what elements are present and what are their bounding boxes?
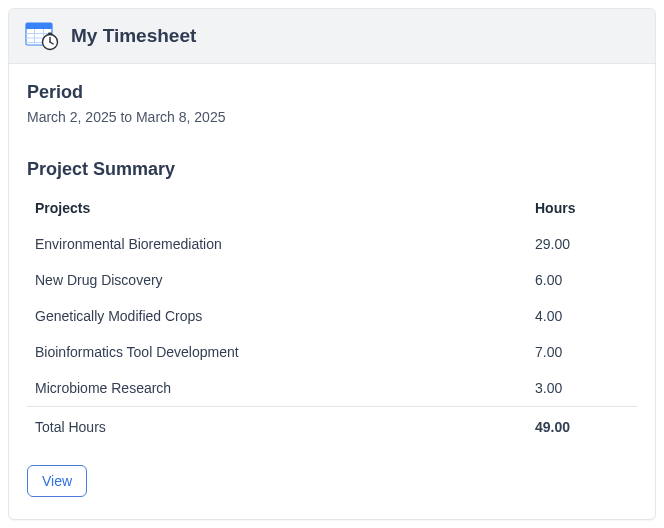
page-title: My Timesheet: [71, 25, 196, 47]
project-name-cell: New Drug Discovery: [27, 262, 527, 298]
project-name-cell: Microbiome Research: [27, 370, 527, 407]
hours-cell: 6.00: [527, 262, 637, 298]
column-header-projects: Projects: [27, 190, 527, 226]
total-label: Total Hours: [27, 407, 527, 448]
project-name-cell: Bioinformatics Tool Development: [27, 334, 527, 370]
view-button[interactable]: View: [27, 465, 87, 497]
total-hours: 49.00: [527, 407, 637, 448]
timesheet-icon: [25, 21, 59, 51]
period-heading: Period: [27, 82, 637, 103]
period-range: March 2, 2025 to March 8, 2025: [27, 109, 637, 125]
hours-cell: 3.00: [527, 370, 637, 407]
hours-cell: 4.00: [527, 298, 637, 334]
actions-row: View: [27, 465, 637, 497]
project-name-cell: Environmental Bioremediation: [27, 226, 527, 262]
svg-rect-1: [26, 23, 52, 29]
project-summary-table: Projects Hours Environmental Bioremediat…: [27, 190, 637, 447]
table-row: Bioinformatics Tool Development 7.00: [27, 334, 637, 370]
table-row: Microbiome Research 3.00: [27, 370, 637, 407]
table-row: Genetically Modified Crops 4.00: [27, 298, 637, 334]
total-row: Total Hours 49.00: [27, 407, 637, 448]
table-row: New Drug Discovery 6.00: [27, 262, 637, 298]
card-header: My Timesheet: [9, 9, 655, 64]
column-header-hours: Hours: [527, 190, 637, 226]
card-body: Period March 2, 2025 to March 8, 2025 Pr…: [9, 64, 655, 519]
project-name-cell: Genetically Modified Crops: [27, 298, 527, 334]
timesheet-card: My Timesheet Period March 2, 2025 to Mar…: [8, 8, 656, 520]
hours-cell: 29.00: [527, 226, 637, 262]
svg-rect-8: [48, 32, 52, 34]
hours-cell: 7.00: [527, 334, 637, 370]
summary-heading: Project Summary: [27, 159, 637, 180]
table-row: Environmental Bioremediation 29.00: [27, 226, 637, 262]
